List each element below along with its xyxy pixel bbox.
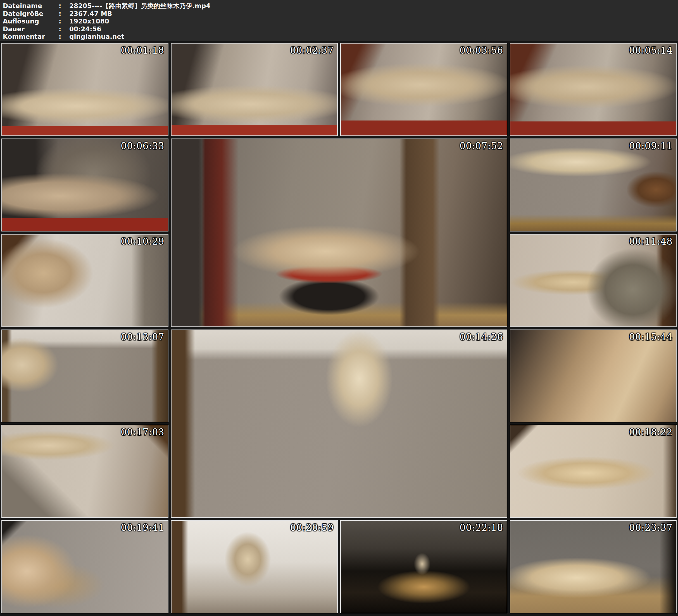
meta-value-filesize: 2367.47 MB [69, 10, 678, 18]
meta-label: Auflösung [3, 17, 59, 26]
timestamp-overlay: 00:07:52 [459, 141, 503, 151]
video-thumbnail[interactable]: 00:15:44 [510, 330, 677, 422]
timestamp-overlay: 00:13:07 [121, 332, 164, 342]
timestamp-overlay: 00:19:41 [121, 522, 164, 533]
meta-label: Dateiname [3, 2, 59, 10]
meta-separator: : [59, 10, 69, 18]
meta-row-resolution: Auflösung : 1920x1080 [3, 17, 678, 26]
video-thumbnail[interactable]: 00:09:11 [510, 139, 677, 231]
meta-separator: : [59, 2, 69, 10]
timestamp-overlay: 00:06:33 [121, 141, 164, 151]
meta-separator: : [59, 33, 69, 41]
timestamp-overlay: 00:09:11 [629, 141, 673, 151]
timestamp-overlay: 00:14:26 [459, 332, 503, 342]
timestamp-overlay: 00:10:29 [121, 236, 164, 247]
metadata-panel: Dateiname : 28205----【路由紧缚】另类的丝袜木乃伊.mp4 … [0, 0, 678, 41]
video-thumbnail[interactable]: 00:23:37 [510, 520, 677, 613]
timestamp-overlay: 00:05:14 [629, 45, 673, 56]
timestamp-overlay: 00:01:18 [121, 45, 164, 56]
video-thumbnail[interactable]: 00:01:18 [1, 43, 168, 136]
meta-value-duration: 00:24:56 [69, 26, 678, 33]
meta-label: Kommentar [3, 33, 59, 41]
video-thumbnail[interactable]: 00:06:33 [1, 139, 168, 231]
meta-label: Dauer [3, 26, 59, 33]
meta-row-filename: Dateiname : 28205----【路由紧缚】另类的丝袜木乃伊.mp4 [3, 2, 678, 10]
timestamp-overlay: 00:11:48 [629, 236, 673, 247]
timestamp-overlay: 00:03:56 [459, 45, 503, 56]
timestamp-overlay: 00:18:22 [629, 427, 673, 437]
thumbnail-grid: 00:01:18 00:02:37 00:03:56 00:05:14 00:0… [0, 41, 678, 616]
video-thumbnail-large[interactable]: 00:07:52 [171, 139, 507, 327]
timestamp-overlay: 00:22:18 [459, 522, 503, 533]
video-thumbnail[interactable]: 00:13:07 [1, 330, 168, 422]
video-thumbnail[interactable]: 00:03:56 [340, 43, 507, 136]
video-thumbnail[interactable]: 00:17:03 [1, 425, 168, 518]
timestamp-overlay: 00:23:37 [629, 522, 673, 533]
meta-separator: : [59, 26, 69, 33]
meta-row-duration: Dauer : 00:24:56 [3, 26, 678, 33]
meta-separator: : [59, 17, 69, 26]
timestamp-overlay: 00:15:44 [629, 332, 673, 342]
video-thumbnail-large[interactable]: 00:14:26 [171, 330, 507, 518]
meta-label: Dateigröße [3, 10, 59, 18]
video-thumbnail[interactable]: 00:19:41 [1, 520, 168, 613]
meta-value-comment: qinglanhua.net [69, 33, 678, 41]
timestamp-overlay: 00:20:59 [290, 522, 334, 533]
meta-value-filename: 28205----【路由紧缚】另类的丝袜木乃伊.mp4 [69, 2, 678, 10]
video-thumbnail[interactable]: 00:10:29 [1, 234, 168, 327]
video-contact-sheet: Dateiname : 28205----【路由紧缚】另类的丝袜木乃伊.mp4 … [0, 0, 678, 616]
timestamp-overlay: 00:02:37 [290, 45, 334, 56]
meta-row-comment: Kommentar : qinglanhua.net [3, 33, 678, 41]
video-thumbnail[interactable]: 00:18:22 [510, 425, 677, 518]
timestamp-overlay: 00:17:03 [121, 427, 164, 437]
meta-value-resolution: 1920x1080 [69, 17, 678, 26]
video-thumbnail[interactable]: 00:02:37 [171, 43, 338, 136]
video-thumbnail[interactable]: 00:22:18 [340, 520, 507, 613]
meta-row-filesize: Dateigröße : 2367.47 MB [3, 10, 678, 18]
video-thumbnail[interactable]: 00:05:14 [510, 43, 677, 136]
video-thumbnail[interactable]: 00:11:48 [510, 234, 677, 327]
video-thumbnail[interactable]: 00:20:59 [171, 520, 338, 613]
